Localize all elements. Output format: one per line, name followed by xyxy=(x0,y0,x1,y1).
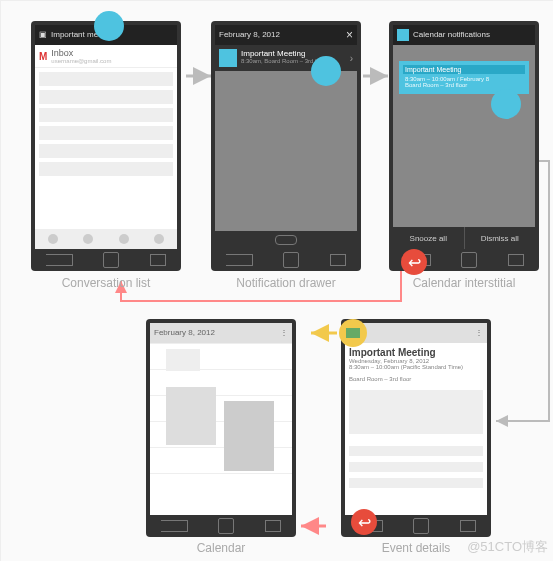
phone-notification-drawer: February 8, 2012 × Important Meeting 8:3… xyxy=(211,21,361,271)
nav-recent-icon[interactable] xyxy=(150,254,166,266)
label-calendar-interstitial: Calendar interstitial xyxy=(389,276,539,290)
screen: February 8, 2012 ⋮ xyxy=(150,323,292,515)
account-label: username@gmail.com xyxy=(51,58,111,64)
calendar-date: February 8, 2012 xyxy=(154,323,215,343)
nav-home-icon[interactable] xyxy=(103,252,119,268)
back-badge[interactable]: ↩ xyxy=(351,509,377,535)
handle-icon xyxy=(275,235,297,245)
app-icon xyxy=(346,328,360,338)
inbox-header[interactable]: M Inbox username@gmail.com xyxy=(35,45,177,68)
nav-recent-icon[interactable] xyxy=(330,254,346,266)
alert-title: Important Meeting xyxy=(403,65,525,74)
event-location: Board Room – 3rd floor xyxy=(349,376,483,382)
interstitial-header: Calendar notifications xyxy=(393,25,535,45)
nav-recent-icon[interactable] xyxy=(460,520,476,532)
overflow-icon[interactable]: ⋮ xyxy=(280,323,288,343)
calendar-header: February 8, 2012 ⋮ xyxy=(150,323,292,343)
nav-back-icon[interactable] xyxy=(46,254,73,266)
nav-home-icon[interactable] xyxy=(461,252,477,268)
gmail-icon: M xyxy=(39,51,47,62)
touch-indicator xyxy=(491,89,521,119)
back-arrow-icon: ↩ xyxy=(408,253,421,272)
label-notification-drawer: Notification drawer xyxy=(211,276,361,290)
nav-back-icon[interactable] xyxy=(161,520,188,532)
screen: Calendar notifications Important Meeting… xyxy=(393,25,535,249)
close-icon[interactable]: × xyxy=(346,25,353,45)
snooze-button[interactable]: Snooze all xyxy=(393,227,465,249)
nav-home-icon[interactable] xyxy=(218,518,234,534)
mail-list[interactable] xyxy=(35,72,177,176)
phone-conversation-list: ▣ Important meeting M Inbox username@gma… xyxy=(31,21,181,271)
chevron-right-icon[interactable]: › xyxy=(350,53,353,64)
nav-home-icon[interactable] xyxy=(283,252,299,268)
bottom-dots[interactable] xyxy=(35,229,177,249)
drawer-header: February 8, 2012 × xyxy=(215,25,357,45)
phone-calendar-interstitial: Calendar notifications Important Meeting… xyxy=(389,21,539,271)
overflow-icon[interactable]: ⋮ xyxy=(475,323,483,343)
nav-back-icon[interactable] xyxy=(226,254,253,266)
action-bar: Snooze all Dismiss all xyxy=(393,227,535,249)
calendar-icon xyxy=(219,49,237,67)
android-navbar[interactable] xyxy=(211,251,361,269)
android-navbar[interactable] xyxy=(146,517,296,535)
phone-calendar: February 8, 2012 ⋮ xyxy=(146,319,296,537)
touch-indicator xyxy=(311,56,341,86)
diagram-canvas: ▣ Important meeting M Inbox username@gma… xyxy=(0,0,553,561)
event-title: Important Meeting xyxy=(349,347,483,358)
nav-recent-icon[interactable] xyxy=(265,520,281,532)
inbox-label: Inbox xyxy=(51,48,111,58)
back-arrow-icon: ↩ xyxy=(358,513,371,532)
android-navbar[interactable] xyxy=(31,251,181,269)
back-badge[interactable]: ↩ xyxy=(401,249,427,275)
notif-title: Important Meeting xyxy=(241,49,350,58)
alert-sub: 8:30am – 10:00am / February 8 Board Room… xyxy=(403,74,525,90)
drawer-handle[interactable] xyxy=(215,231,357,249)
label-conversation-list: Conversation list xyxy=(31,276,181,290)
up-badge[interactable] xyxy=(339,319,367,347)
header-title: Calendar notifications xyxy=(413,25,490,45)
nav-recent-icon[interactable] xyxy=(508,254,524,266)
touch-indicator xyxy=(94,11,124,41)
dismiss-button[interactable]: Dismiss all xyxy=(465,227,536,249)
event-block[interactable] xyxy=(166,387,216,445)
calendar-icon xyxy=(397,29,409,41)
screen: ▣ Important meeting M Inbox username@gma… xyxy=(35,25,177,249)
event-block[interactable] xyxy=(224,401,274,471)
event-time: 8:30am – 10:00am (Pacific Standard Time) xyxy=(349,364,483,370)
nav-home-icon[interactable] xyxy=(413,518,429,534)
event-body: Important Meeting Wednesday, February 8,… xyxy=(345,343,487,492)
drawer-date: February 8, 2012 xyxy=(219,25,280,45)
label-calendar: Calendar xyxy=(146,541,296,555)
phone-event-details: ⋮ Important Meeting Wednesday, February … xyxy=(341,319,491,537)
watermark: @51CTO博客 xyxy=(467,538,548,556)
screen: ⋮ Important Meeting Wednesday, February … xyxy=(345,323,487,515)
event-block[interactable] xyxy=(166,349,200,371)
